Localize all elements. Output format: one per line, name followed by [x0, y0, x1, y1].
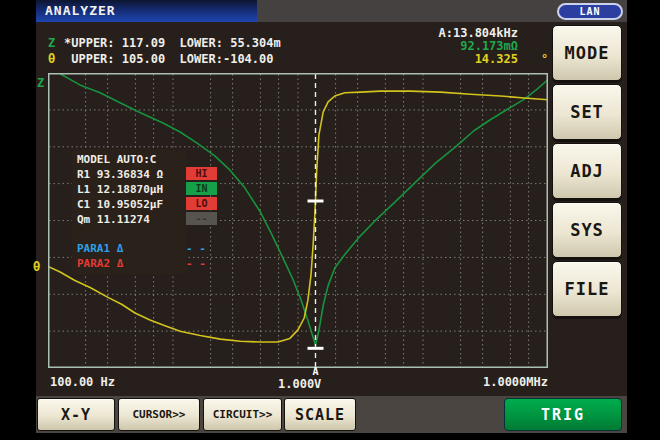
model-row-l1: L1 12.18870µH — [77, 183, 163, 196]
source-voltage-label: 1.000V — [278, 377, 321, 391]
model-row-r1: R1 93.36834 Ω — [77, 168, 163, 181]
z-scale-readout: Z*UPPER: 117.09 LOWER: 55.304m — [48, 36, 281, 50]
cursor-button[interactable]: CURSOR>> — [118, 398, 200, 431]
para2-label: PARA2 Δ — [77, 257, 123, 270]
comparator-hi-badge: HI — [186, 167, 217, 180]
degree-unit-label: ° — [541, 52, 548, 66]
analyzer-screen: ANALYZER LAN Z*UPPER: 117.09 LOWER: 55.3… — [36, 0, 627, 433]
comparator-in-badge: IN — [186, 182, 217, 195]
x-axis-max-label: 1.0000MHz — [466, 375, 548, 389]
lan-status-button[interactable]: LAN — [557, 3, 623, 20]
x-axis-min-label: 100.00 Hz — [50, 375, 115, 389]
bottom-softkey-bar: X-Y CURSOR>> CIRCUIT>> SCALE TRIG — [36, 396, 627, 433]
model-row-c1: C1 10.95052µF — [77, 198, 163, 211]
set-button[interactable]: SET — [552, 84, 622, 140]
file-button[interactable]: FILE — [552, 261, 622, 317]
cursor-impedance-value: 92.173mΩ — [318, 39, 518, 53]
theta-axis-edge-label: θ — [33, 260, 40, 274]
mode-button[interactable]: MODE — [552, 25, 622, 81]
theta-trace-label: θ — [48, 52, 64, 66]
z-trace-label: Z — [48, 36, 64, 50]
comparator-lo-badge: LO — [186, 197, 217, 210]
para2-value: - - — [186, 257, 206, 270]
cursor-phase-value: 14.325 — [318, 52, 518, 66]
model-row-qm: Qm 11.11274 — [77, 213, 150, 226]
z-upper-lower-values: *UPPER: 117.09 LOWER: 55.304m — [64, 36, 281, 50]
scale-button[interactable]: SCALE — [284, 398, 356, 431]
para1-label: PARA1 Δ — [77, 242, 123, 255]
cursor-a-marker: A — [308, 366, 324, 377]
xy-button[interactable]: X-Y — [37, 398, 115, 431]
z-axis-edge-label: Z — [37, 76, 44, 90]
sys-button[interactable]: SYS — [552, 202, 622, 258]
trig-button[interactable]: TRIG — [504, 398, 622, 431]
titlebar: ANALYZER — [36, 0, 627, 22]
para1-value: - - — [186, 242, 206, 255]
theta-scale-readout: θ UPPER: 105.00 LOWER:-104.00 — [48, 52, 274, 66]
circuit-button[interactable]: CIRCUIT>> — [203, 398, 282, 431]
page-title: ANALYZER — [36, 0, 257, 22]
theta-upper-lower-values: UPPER: 105.00 LOWER:-104.00 — [64, 52, 274, 66]
model-title: MODEL AUTO:C — [77, 153, 156, 166]
comparator-off-badge: -- — [186, 212, 217, 225]
adj-button[interactable]: ADJ — [552, 143, 622, 199]
cursor-frequency-value: A:13.804kHz — [318, 26, 518, 40]
